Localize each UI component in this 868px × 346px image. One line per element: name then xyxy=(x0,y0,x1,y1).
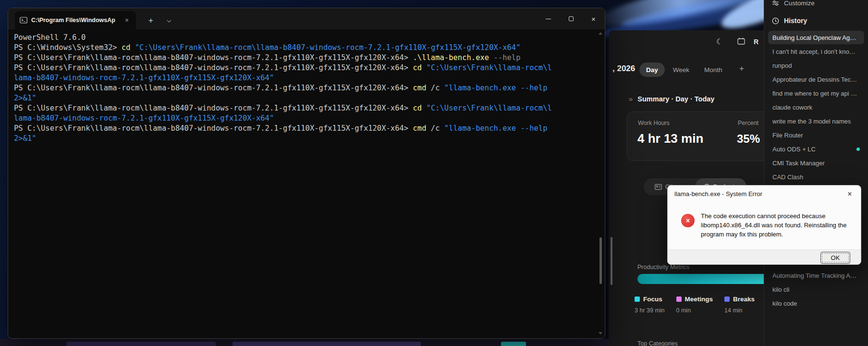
history-item-label: write me the 3 model names xyxy=(772,118,860,125)
close-icon: × xyxy=(591,15,596,23)
history-item-label: find me where to get my api … xyxy=(772,90,860,97)
close-window-button[interactable]: × xyxy=(582,8,605,29)
dark-mode-icon[interactable]: ☾ xyxy=(716,37,723,46)
terminal-titlebar[interactable]: C:\Program Files\WindowsAp × + × xyxy=(8,8,605,29)
productivity-legend: Focus3 hr 39 minMeetings0 minBreaks14 mi… xyxy=(635,296,755,314)
minimize-button[interactable] xyxy=(537,8,560,29)
work-hours-value: 4 hr 13 min xyxy=(637,131,703,146)
terminal-line: 2>&1" xyxy=(14,93,599,103)
terminal-output[interactable]: PowerShell 7.6.0PS C:\Windows\System32> … xyxy=(8,29,605,147)
status-dot-icon xyxy=(856,148,860,151)
window-controls: × xyxy=(537,8,605,29)
terminal-line: PS C:\Users\Frank\llama-rocm\llama-b8407… xyxy=(14,103,599,113)
history-item[interactable]: kilo cli xyxy=(768,283,864,296)
legend-item: Focus3 hr 39 min xyxy=(635,296,665,314)
history-item[interactable]: Approbateur de Dessins Tec… xyxy=(768,73,864,86)
error-icon: × xyxy=(681,214,695,227)
view-tab-day[interactable]: Day xyxy=(639,62,665,77)
powershell-icon xyxy=(20,17,27,24)
timeline-strip xyxy=(0,339,609,346)
maximize-icon xyxy=(569,16,574,21)
header-letter: R xyxy=(754,38,758,46)
history-item[interactable]: write me the 3 model names xyxy=(768,114,864,128)
history-item-label: CAD Clash xyxy=(772,173,860,181)
clients-icon xyxy=(655,184,662,190)
dialog-footer: OK xyxy=(668,249,861,265)
timeline-bar xyxy=(232,342,421,346)
legend-name: Breaks xyxy=(733,296,755,303)
scrollbar-up-arrow[interactable] xyxy=(599,32,602,35)
terminal-line: PowerShell 7.6.0 xyxy=(14,33,599,43)
app-scrollbar[interactable] xyxy=(611,237,612,285)
work-hours-card: Work Hours Percent 4 hr 13 min 35% xyxy=(627,111,773,161)
legend-time: 3 hr 39 min xyxy=(635,307,665,314)
view-tab-month[interactable]: Month xyxy=(697,62,729,77)
legend-color-swatch xyxy=(724,297,730,302)
history-item-label: kilo cli xyxy=(772,286,860,293)
terminal-scrollbar[interactable] xyxy=(599,237,602,284)
terminal-line: PS C:\Users\Frank\llama-rocm\llama-b8407… xyxy=(14,83,599,93)
terminal-line: PS C:\Windows\System32> cd "C:\Users\Fra… xyxy=(14,43,599,53)
history-item[interactable]: Automating Time Tracking A… xyxy=(768,269,864,282)
summary-title: Summary · Day · Today xyxy=(637,95,714,103)
current-date: , 2026 xyxy=(612,64,635,74)
system-error-dialog: llama-bench.exe - System Error × × The c… xyxy=(667,185,861,265)
terminal-line: 2>&1" xyxy=(14,134,599,144)
timeline-bar xyxy=(501,342,526,346)
legend-color-swatch xyxy=(635,297,640,302)
chat-history-sidebar: Customize History Building Local Opencla… xyxy=(764,0,868,346)
productivity-metrics-label: Productivity Metrics xyxy=(637,264,689,271)
scrollbar-down-arrow[interactable] xyxy=(599,332,602,334)
history-item-label: kilo code xyxy=(772,300,860,307)
legend-name: Focus xyxy=(643,296,662,303)
collapse-icon[interactable]: » xyxy=(629,95,633,103)
history-item-label: Automating Time Tracking A… xyxy=(772,272,860,279)
summary-header: » Summary · Day · Today xyxy=(629,95,714,103)
terminal-line: PS C:\Users\Frank\llama-rocm\llama-b8407… xyxy=(14,53,599,63)
tab-close-icon[interactable]: × xyxy=(122,16,131,25)
dialog-message: The code execution cannot proceed becaus… xyxy=(701,211,860,239)
percent-label: Percent xyxy=(738,120,758,126)
history-item[interactable]: runpod xyxy=(768,59,864,72)
history-item[interactable]: File Router xyxy=(768,128,864,142)
history-item-label: Approbateur de Dessins Tec… xyxy=(772,76,860,83)
history-item-label: claude cowork xyxy=(772,104,860,111)
history-item-label: runpod xyxy=(772,62,860,69)
percent-value: 35% xyxy=(737,132,760,146)
history-item-label: Auto ODS + LC xyxy=(772,146,854,153)
terminal-line: lama-b8407-windows-rocm-7.2.1-gfx110X-gf… xyxy=(14,113,599,124)
timeline-bar xyxy=(66,342,216,346)
history-item[interactable]: claude cowork xyxy=(768,100,864,114)
legend-item: Meetings0 min xyxy=(676,296,713,314)
history-item[interactable]: CAD Clash xyxy=(768,170,864,184)
desktop: ☾ R , 2026 DayWeekMonth + » Summary · Da… xyxy=(0,0,868,346)
top-categories-label: Top Categories xyxy=(637,340,678,346)
history-item[interactable]: CMI Task Manager xyxy=(768,156,864,170)
terminal-line: PS C:\Users\Frank\llama-rocm\llama-b8407… xyxy=(14,63,599,73)
dialog-title: llama-bench.exe - System Error xyxy=(674,190,762,198)
add-view-button[interactable]: + xyxy=(739,64,744,74)
legend-time: 0 min xyxy=(676,307,713,314)
legend-item: Breaks14 min xyxy=(724,296,755,314)
history-item[interactable]: kilo code xyxy=(768,297,864,310)
history-item[interactable]: Auto ODS + LC xyxy=(768,142,864,156)
minimize-icon xyxy=(546,19,551,19)
terminal-tab[interactable]: C:\Program Files\WindowsAp × xyxy=(15,11,136,29)
maximize-button[interactable] xyxy=(560,8,582,29)
view-tab-week[interactable]: Week xyxy=(666,62,696,77)
history-item-label: File Router xyxy=(772,132,860,139)
calendar-icon[interactable] xyxy=(737,37,745,47)
view-tabs: DayWeekMonth xyxy=(639,62,729,77)
history-list: Building Local Openclaw Ag…I can't hit a… xyxy=(764,0,868,346)
tab-dropdown-chevron-icon[interactable] xyxy=(167,18,171,23)
ok-button[interactable]: OK xyxy=(820,252,850,264)
work-hours-label: Work Hours xyxy=(638,120,670,126)
terminal-line: lama-b8407-windows-rocm-7.2.1-gfx110X-gf… xyxy=(14,73,599,83)
history-item[interactable]: find me where to get my api … xyxy=(768,86,864,100)
history-item[interactable]: Building Local Openclaw Ag… xyxy=(768,31,864,44)
terminal-window: C:\Program Files\WindowsAp × + × PowerSh… xyxy=(8,8,605,339)
history-item[interactable]: I can't hit accept, i don't kno… xyxy=(768,45,864,58)
dialog-close-button[interactable]: × xyxy=(843,188,857,200)
productivity-bar xyxy=(637,274,779,284)
new-tab-button[interactable]: + xyxy=(148,16,153,25)
